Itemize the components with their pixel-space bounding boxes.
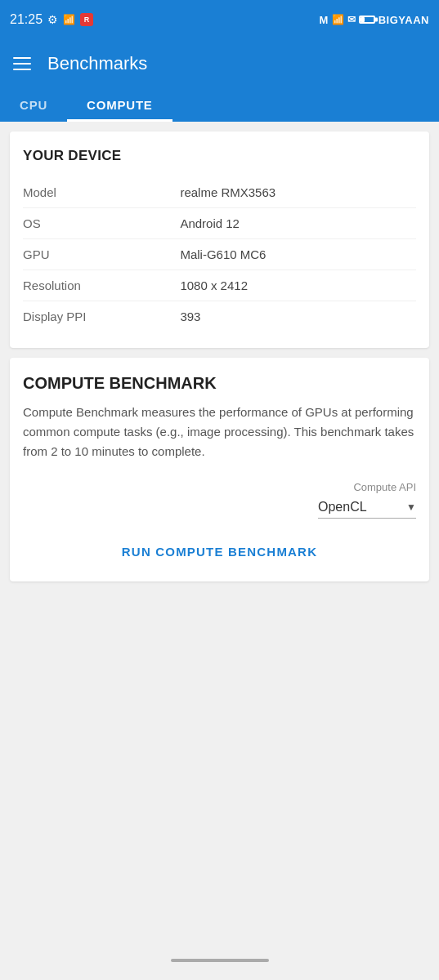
device-gpu-value: Mali-G610 MC6 bbox=[180, 247, 416, 261]
api-selected-value: OpenCL bbox=[318, 500, 367, 514]
status-bar: 21:25 ⚙ 📶 R M 📶 ✉ BIGYAAN bbox=[0, 0, 439, 39]
settings-icon: ⚙ bbox=[47, 13, 58, 26]
table-row: Resolution 1080 x 2412 bbox=[23, 270, 416, 301]
table-row: Model realme RMX3563 bbox=[23, 177, 416, 208]
api-selector-section: Compute API OpenCL ▼ bbox=[23, 481, 416, 519]
device-model-value: realme RMX3563 bbox=[180, 185, 416, 199]
compute-benchmark-card: COMPUTE BENCHMARK Compute Benchmark meas… bbox=[10, 358, 429, 581]
device-gpu-label: GPU bbox=[23, 247, 180, 261]
status-bar-right: M 📶 ✉ BIGYAAN bbox=[319, 14, 429, 26]
device-resolution-value: 1080 x 2412 bbox=[180, 278, 416, 292]
device-model-label: Model bbox=[23, 185, 180, 199]
table-row: GPU Mali-G610 MC6 bbox=[23, 239, 416, 270]
benchmark-description: Compute Benchmark measures the performan… bbox=[23, 403, 416, 461]
device-os-value: Android 12 bbox=[180, 216, 416, 230]
table-row: OS Android 12 bbox=[23, 208, 416, 239]
notification-badge: R bbox=[80, 13, 93, 26]
device-section-title: YOUR DEVICE bbox=[23, 148, 416, 164]
device-resolution-label: Resolution bbox=[23, 278, 180, 292]
api-dropdown[interactable]: OpenCL ▼ bbox=[318, 497, 416, 519]
benchmark-title: COMPUTE BENCHMARK bbox=[23, 374, 416, 393]
status-bar-left: 21:25 ⚙ 📶 R bbox=[10, 12, 93, 27]
signal-status-icon: 📶 bbox=[63, 14, 75, 25]
device-info-card: YOUR DEVICE Model realme RMX3563 OS Andr… bbox=[10, 131, 429, 348]
api-label: Compute API bbox=[353, 481, 416, 493]
run-benchmark-button[interactable]: RUN COMPUTE BENCHMARK bbox=[23, 538, 416, 565]
tab-cpu[interactable]: CPU bbox=[0, 88, 67, 122]
chevron-down-icon: ▼ bbox=[406, 501, 416, 513]
main-content: YOUR DEVICE Model realme RMX3563 OS Andr… bbox=[0, 122, 439, 857]
bottom-navigation-bar bbox=[0, 941, 439, 980]
device-os-label: OS bbox=[23, 216, 180, 230]
tabs-bar: CPU COMPUTE bbox=[0, 88, 439, 122]
home-indicator bbox=[171, 959, 269, 962]
status-time: 21:25 bbox=[10, 12, 43, 27]
battery-icon bbox=[359, 16, 375, 24]
device-ppi-label: Display PPI bbox=[23, 310, 180, 323]
brand-m: M bbox=[319, 14, 328, 26]
tab-compute[interactable]: COMPUTE bbox=[67, 88, 172, 122]
wifi-icon: 📶 bbox=[332, 14, 344, 25]
table-row: Display PPI 393 bbox=[23, 301, 416, 332]
hamburger-menu-button[interactable] bbox=[13, 57, 31, 70]
envelope-icon: ✉ bbox=[347, 14, 356, 25]
app-bar: Benchmarks bbox=[0, 39, 439, 88]
device-ppi-value: 393 bbox=[180, 310, 416, 323]
app-title: Benchmarks bbox=[47, 53, 147, 74]
brand-bigyaan: BIGYAAN bbox=[379, 14, 429, 26]
